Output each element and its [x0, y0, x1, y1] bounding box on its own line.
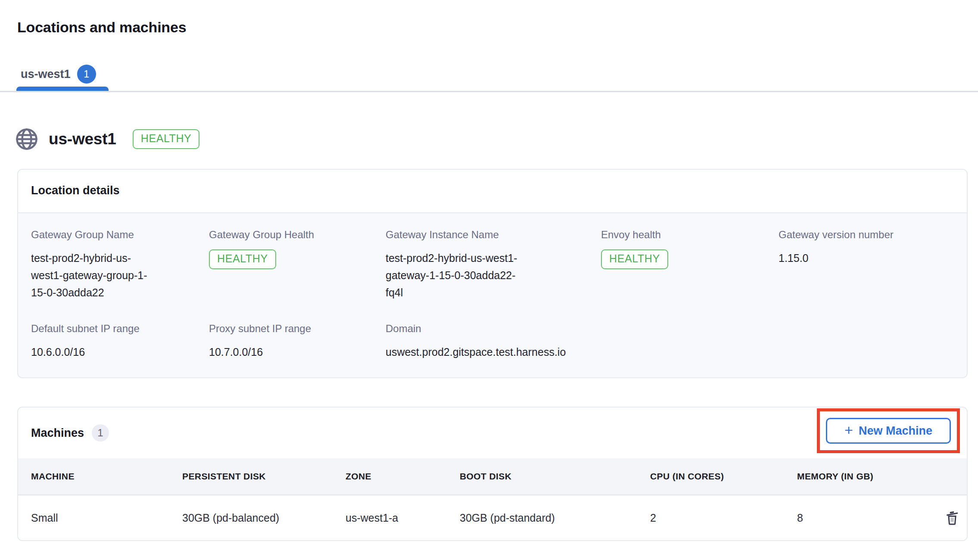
- column-header-machine: MACHINE: [31, 471, 182, 482]
- detail-field-envoy-health: Envoy health HEALTHY: [601, 229, 779, 301]
- cell-cpu: 2: [650, 512, 797, 524]
- cell-boot-disk: 30GB (pd-standard): [460, 512, 650, 524]
- tab-label: us-west1: [21, 68, 71, 81]
- detail-field-default-subnet: Default subnet IP range 10.6.0.0/16: [31, 323, 209, 361]
- machines-count-badge: 1: [92, 424, 109, 442]
- trash-icon: [944, 509, 960, 527]
- field-label: Gateway Group Health: [209, 229, 386, 241]
- field-label: Default subnet IP range: [31, 323, 209, 335]
- plus-icon: +: [844, 423, 853, 437]
- field-value: 10.7.0.0/16: [209, 343, 386, 361]
- field-value: 10.6.0.0/16: [31, 343, 209, 361]
- location-details-body: Gateway Group Name test-prod2-hybrid-us-…: [18, 213, 967, 378]
- detail-field-gateway-group-health: Gateway Group Health HEALTHY: [209, 229, 386, 301]
- column-header-persistent-disk: PERSISTENT DISK: [182, 471, 346, 482]
- field-label: Envoy health: [601, 229, 779, 241]
- field-value: test-prod2-hybrid-us-west1-gateway-1-15-…: [386, 249, 530, 301]
- field-value: 1.15.0: [779, 249, 954, 267]
- machines-title: Machines: [31, 426, 84, 440]
- detail-field-gateway-version: Gateway version number 1.15.0: [779, 229, 954, 301]
- field-label: Gateway version number: [779, 229, 954, 241]
- table-row: Small 30GB (pd-balanced) us-west1-a 30GB…: [18, 495, 967, 540]
- globe-icon: [15, 128, 38, 151]
- detail-field-domain: Domain uswest.prod2.gitspace.test.harnes…: [386, 323, 601, 361]
- machines-table-header: MACHINE PERSISTENT DISK ZONE BOOT DISK C…: [18, 458, 967, 495]
- tab-us-west1[interactable]: us-west1 1: [21, 62, 96, 86]
- cell-memory: 8: [797, 512, 944, 524]
- annotation-highlight-box: + New Machine: [817, 408, 960, 453]
- location-details-title: Location details: [18, 170, 967, 213]
- tab-count-badge: 1: [77, 65, 96, 84]
- region-name: us-west1: [49, 130, 116, 148]
- field-value: test-prod2-hybrid-us-west1-gateway-group…: [31, 249, 154, 301]
- new-machine-button[interactable]: + New Machine: [826, 418, 951, 444]
- field-label: Proxy subnet IP range: [209, 323, 386, 335]
- envoy-health-badge: HEALTHY: [601, 249, 668, 269]
- region-status-badge: HEALTHY: [133, 129, 200, 149]
- cell-machine: Small: [31, 512, 182, 524]
- gateway-group-health-badge: HEALTHY: [209, 249, 276, 269]
- machines-panel: Machines 1 + New Machine MACHINE PERSIST…: [17, 407, 968, 541]
- cell-zone: us-west1-a: [346, 512, 460, 524]
- detail-field-gateway-group-name: Gateway Group Name test-prod2-hybrid-us-…: [31, 229, 209, 301]
- column-header-memory: MEMORY (IN GB): [797, 471, 944, 482]
- cell-persistent-disk: 30GB (pd-balanced): [182, 512, 346, 524]
- detail-field-proxy-subnet: Proxy subnet IP range 10.7.0.0/16: [209, 323, 386, 361]
- page-title: Locations and machines: [17, 19, 186, 36]
- machines-header: Machines 1 + New Machine: [18, 408, 967, 458]
- column-header-cpu: CPU (IN CORES): [650, 471, 797, 482]
- field-label: Gateway Group Name: [31, 229, 209, 241]
- location-details-panel: Location details Gateway Group Name test…: [17, 169, 968, 378]
- detail-field-gateway-instance-name: Gateway Instance Name test-prod2-hybrid-…: [386, 229, 601, 301]
- field-value: uswest.prod2.gitspace.test.harness.io: [386, 343, 601, 361]
- field-label: Gateway Instance Name: [386, 229, 601, 241]
- field-label: Domain: [386, 323, 601, 335]
- new-machine-label: New Machine: [859, 424, 932, 438]
- active-tab-underline: [16, 87, 109, 91]
- column-header-boot-disk: BOOT DISK: [460, 471, 650, 482]
- column-header-zone: ZONE: [346, 471, 460, 482]
- tabs-divider: [0, 91, 978, 92]
- region-header: us-west1 HEALTHY: [15, 128, 199, 151]
- delete-machine-button[interactable]: [944, 508, 961, 527]
